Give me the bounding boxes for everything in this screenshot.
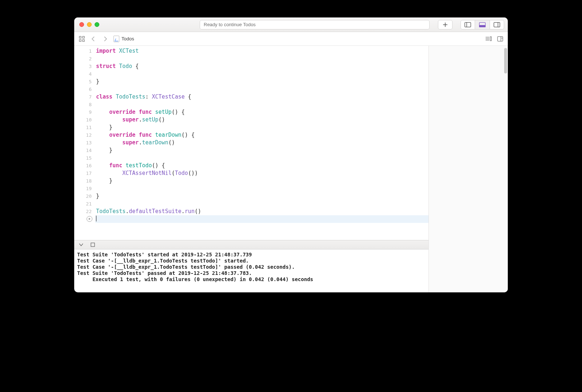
- svg-rect-2: [465, 22, 471, 27]
- minimize-icon[interactable]: [87, 22, 92, 27]
- zoom-icon[interactable]: [95, 22, 99, 27]
- svg-rect-17: [498, 36, 503, 41]
- run-line-button[interactable]: [87, 216, 92, 222]
- code-line[interactable]: [95, 185, 428, 192]
- svg-rect-11: [83, 40, 84, 41]
- code-line[interactable]: import XCTest: [95, 47, 428, 55]
- code-line[interactable]: class TodoTests: XCTestCase {: [95, 93, 428, 101]
- debug-console[interactable]: Test Suite 'TodoTests' started at 2019-1…: [74, 249, 428, 292]
- code-line[interactable]: struct Todo {: [95, 63, 428, 70]
- code-line[interactable]: [95, 70, 428, 78]
- code-line[interactable]: [95, 85, 428, 93]
- related-items-button[interactable]: [77, 34, 87, 44]
- line-gutter: 12345678910111213141516171819202122: [74, 46, 95, 240]
- code-line[interactable]: super.tearDown(): [95, 139, 428, 147]
- code-line[interactable]: override func tearDown() {: [95, 131, 428, 139]
- breadcrumb[interactable]: Todos: [113, 36, 134, 42]
- main-area: 12345678910111213141516171819202122 impo…: [74, 46, 508, 292]
- code-line[interactable]: super.setUp(): [95, 116, 428, 124]
- titlebar: Ready to continue Todos: [74, 17, 508, 32]
- adjust-editor-button[interactable]: [495, 34, 505, 44]
- stop-button[interactable]: [89, 241, 96, 248]
- code-line[interactable]: [95, 154, 428, 162]
- code-line-current[interactable]: [95, 215, 428, 223]
- code-line[interactable]: }: [95, 124, 428, 131]
- code-line[interactable]: }: [95, 192, 428, 200]
- scrollbar-thumb[interactable]: [504, 48, 507, 73]
- code-editor[interactable]: 12345678910111213141516171819202122 impo…: [74, 46, 428, 240]
- status-text: Ready to continue Todos: [204, 22, 256, 27]
- back-button[interactable]: [89, 34, 98, 44]
- code-line[interactable]: override func setUp() {: [95, 108, 428, 116]
- add-button[interactable]: [438, 20, 453, 29]
- svg-rect-9: [83, 36, 84, 38]
- svg-rect-16: [490, 37, 492, 41]
- toggle-bottom-panel-button[interactable]: [475, 20, 490, 29]
- breadcrumb-file: Todos: [121, 36, 134, 41]
- code-line[interactable]: [95, 55, 428, 63]
- console-toolbar: [74, 240, 428, 249]
- results-sidebar: [428, 46, 508, 292]
- debug-dropdown-button[interactable]: [78, 241, 84, 248]
- code-area[interactable]: import XCTeststruct Todo {}class TodoTes…: [95, 46, 428, 240]
- code-line[interactable]: [95, 200, 428, 208]
- code-line[interactable]: }: [95, 177, 428, 185]
- xcode-playground-window: Ready to continue Todos: [74, 17, 508, 292]
- jump-bar: Todos: [74, 32, 508, 46]
- code-line[interactable]: }: [95, 147, 428, 154]
- code-line[interactable]: [95, 101, 428, 108]
- toggle-left-panel-button[interactable]: [461, 20, 475, 29]
- minimap-toggle-button[interactable]: [484, 34, 493, 44]
- code-line[interactable]: }: [95, 78, 428, 85]
- window-controls: [79, 22, 99, 27]
- panel-toggle-group: [461, 20, 504, 29]
- swift-file-icon: [113, 36, 119, 42]
- svg-rect-6: [494, 22, 500, 27]
- forward-button[interactable]: [100, 34, 110, 44]
- toggle-right-panel-button[interactable]: [490, 20, 504, 29]
- svg-rect-8: [79, 36, 81, 38]
- code-line[interactable]: XCTAssertNotNil(Todo()): [95, 169, 428, 177]
- svg-rect-10: [79, 40, 81, 41]
- svg-rect-21: [91, 243, 95, 247]
- status-field: Ready to continue Todos: [200, 20, 430, 29]
- close-icon[interactable]: [79, 22, 84, 27]
- code-line[interactable]: TodoTests.defaultTestSuite.run(): [95, 208, 428, 215]
- code-line[interactable]: func testTodo() {: [95, 162, 428, 169]
- svg-rect-5: [479, 25, 486, 27]
